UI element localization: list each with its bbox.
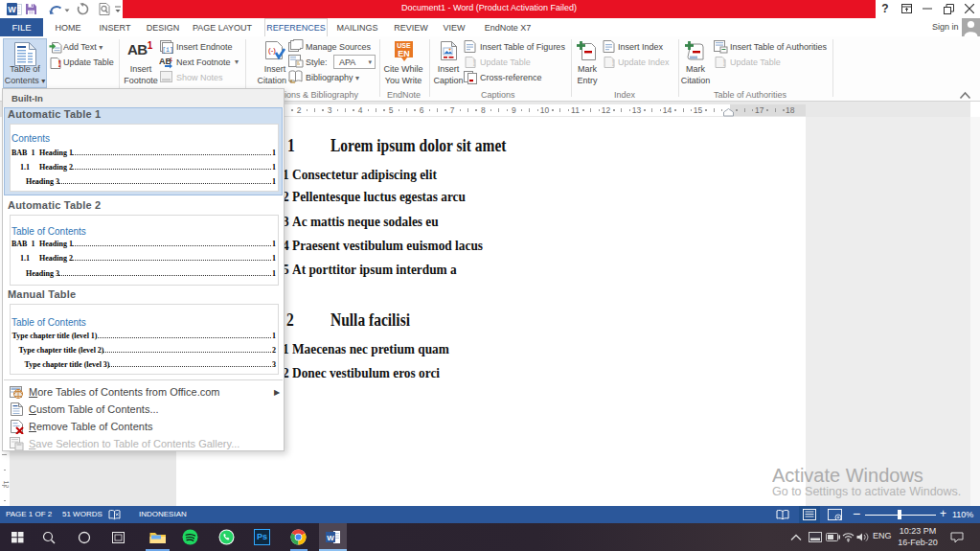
svg-text:1: 1 — [170, 57, 173, 62]
svg-text:W: W — [327, 534, 334, 542]
svg-text:!: ! — [611, 57, 615, 68]
svg-text:!: ! — [472, 57, 476, 68]
svg-text:!: ! — [722, 57, 726, 68]
svg-text:!: ! — [57, 57, 61, 69]
svg-text:W: W — [8, 5, 16, 14]
svg-text:[i]: [i] — [162, 47, 173, 54]
